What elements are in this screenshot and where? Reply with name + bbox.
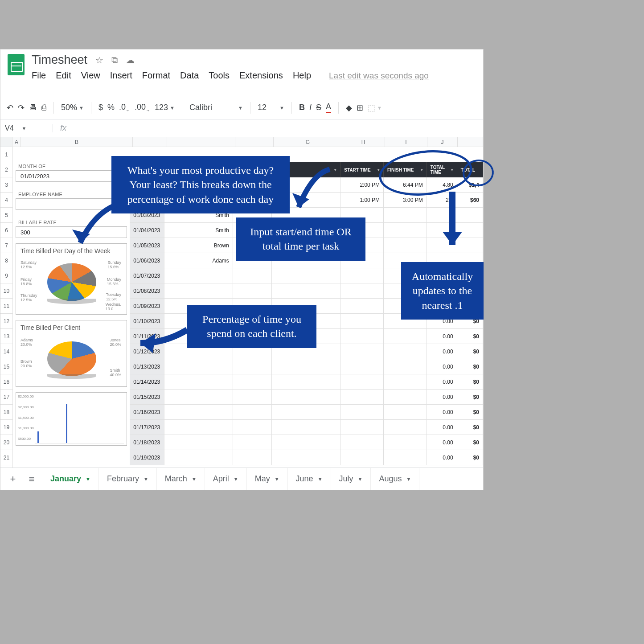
y-axis-labels: $2,500.00 $2,000.00 $1,500.00 $1,000.00 … bbox=[18, 394, 34, 441]
pie-chart-days[interactable]: Time Billed Per Day of the Week Sunday15… bbox=[16, 243, 127, 315]
row-header[interactable]: 13 bbox=[0, 329, 12, 344]
zoom-dropdown[interactable]: 50%▼ bbox=[61, 103, 84, 112]
row-header[interactable]: 12 bbox=[0, 314, 12, 329]
employee-input[interactable] bbox=[16, 198, 127, 210]
increase-decimal-button[interactable]: .00→ bbox=[135, 103, 150, 113]
move-folder-icon[interactable]: ⧉ bbox=[111, 55, 118, 65]
name-box[interactable]: V4▼ bbox=[0, 124, 53, 132]
row-header[interactable]: 2 bbox=[0, 162, 12, 177]
fill-color-button[interactable]: ◆ bbox=[346, 103, 352, 113]
table-row[interactable]: 01/13/20230.00$0 bbox=[130, 359, 483, 374]
font-size-dropdown[interactable]: 12▼ bbox=[258, 103, 284, 112]
borders-button[interactable]: ⊞ bbox=[357, 103, 363, 113]
sheet-tab-may[interactable]: May▼ bbox=[247, 468, 288, 490]
currency-button[interactable]: $ bbox=[98, 103, 103, 112]
merge-dropdown[interactable]: ⬚▼ bbox=[368, 103, 382, 113]
menu-help[interactable]: Help bbox=[293, 70, 311, 81]
percent-button[interactable]: % bbox=[107, 103, 115, 112]
rate-label: BILLABLE RATE bbox=[18, 220, 130, 225]
row-header[interactable]: 21 bbox=[0, 450, 12, 465]
table-row[interactable]: 01/19/20230.00$0 bbox=[130, 450, 483, 465]
row-header[interactable]: 9 bbox=[0, 268, 12, 283]
sheet-tab-march[interactable]: March▼ bbox=[157, 468, 205, 490]
cloud-icon[interactable]: ☁ bbox=[126, 55, 135, 66]
row-header[interactable]: 20 bbox=[0, 435, 12, 450]
menu-bar: File Edit View Insert Format Data Tools … bbox=[32, 70, 483, 81]
sheet-tab-june[interactable]: June▼ bbox=[288, 468, 331, 490]
bar bbox=[37, 431, 39, 443]
annotation-productive-day: What's your most productive day? Your le… bbox=[111, 156, 290, 213]
pie-chart-clients[interactable]: Time Billed Per Client Jones20.0% Smith4… bbox=[16, 320, 127, 387]
bold-button[interactable]: B bbox=[299, 103, 305, 112]
menu-data[interactable]: Data bbox=[180, 70, 199, 81]
fx-label: fx bbox=[53, 123, 74, 133]
row-header[interactable]: 7 bbox=[0, 238, 12, 253]
sheet-tab-february[interactable]: February▼ bbox=[99, 468, 157, 490]
sheets-logo[interactable] bbox=[0, 49, 32, 96]
row-header[interactable]: 14 bbox=[0, 344, 12, 359]
filter-icon[interactable]: ▾ bbox=[377, 168, 380, 172]
sheet-tab-july[interactable]: July▼ bbox=[331, 468, 371, 490]
table-row[interactable]: 01/14/20230.00$0 bbox=[130, 374, 483, 390]
row-header[interactable]: 1 bbox=[0, 147, 12, 162]
row-header[interactable]: 11 bbox=[0, 299, 12, 314]
add-sheet-button[interactable]: + bbox=[5, 471, 21, 487]
row-header[interactable]: 16 bbox=[0, 374, 12, 390]
annotation-auto-update: Automatically updates to the nearest .1 bbox=[401, 262, 484, 320]
table-row[interactable]: 01/17/20230.00$0 bbox=[130, 420, 483, 435]
number-format-dropdown[interactable]: 123▼ bbox=[155, 103, 175, 112]
bar bbox=[66, 404, 67, 443]
table-row[interactable]: 01/16/20230.00$0 bbox=[130, 405, 483, 420]
font-dropdown[interactable]: Calibri▼ bbox=[189, 103, 243, 112]
row-header[interactable]: 15 bbox=[0, 359, 12, 374]
doc-title[interactable]: Timesheet bbox=[32, 53, 87, 67]
header: Timesheet ☆ ⧉ ☁ File Edit View Insert Fo… bbox=[0, 49, 483, 96]
annotation-client-percent: Percentage of time you spend on each cli… bbox=[187, 305, 316, 348]
column-headers[interactable]: A B G H I J bbox=[0, 137, 483, 147]
undo-icon[interactable]: ↶ bbox=[7, 103, 13, 113]
row-header[interactable]: 3 bbox=[0, 177, 12, 193]
paint-format-icon[interactable]: ⎙ bbox=[41, 103, 46, 112]
star-icon[interactable]: ☆ bbox=[95, 55, 103, 66]
table-row[interactable]: 01/15/20230.00$0 bbox=[130, 390, 483, 405]
toolbar: ↶ ↷ 🖶 ⎙ 50%▼ $ % .0← .00→ 123▼ Calibri▼ … bbox=[0, 96, 483, 119]
menu-insert[interactable]: Insert bbox=[110, 70, 132, 81]
row-header[interactable]: 19 bbox=[0, 420, 12, 435]
menu-format[interactable]: Format bbox=[142, 70, 170, 81]
strikethrough-button[interactable]: S bbox=[316, 103, 321, 112]
row-headers[interactable]: 123456789101112131415161718192021 bbox=[0, 147, 13, 468]
print-icon[interactable]: 🖶 bbox=[29, 103, 37, 112]
text-color-button[interactable]: A bbox=[326, 102, 331, 113]
menu-tools[interactable]: Tools bbox=[209, 70, 230, 81]
filter-icon[interactable]: ▾ bbox=[334, 168, 336, 172]
formula-bar: V4▼ fx bbox=[0, 119, 483, 137]
rate-input[interactable]: 300 bbox=[16, 226, 127, 238]
row-header[interactable]: 10 bbox=[0, 283, 12, 299]
bar-chart-billing[interactable]: $2,500.00 $2,000.00 $1,500.00 $1,000.00 … bbox=[16, 392, 127, 446]
month-input[interactable]: 01/01/2023 bbox=[16, 170, 127, 182]
pie-icon bbox=[47, 263, 96, 301]
row-header[interactable]: 17 bbox=[0, 390, 12, 405]
sheet-tab-bar: + ≡ January▼February▼March▼April▼May▼Jun… bbox=[0, 468, 483, 490]
row-header[interactable]: 18 bbox=[0, 405, 12, 420]
row-header[interactable]: 4 bbox=[0, 193, 12, 208]
table-row[interactable]: 01/18/20230.00$0 bbox=[130, 435, 483, 450]
sheet-tab-augus[interactable]: Augus▼ bbox=[371, 468, 419, 490]
annotation-time-input: Input start/end time OR total time per t… bbox=[236, 217, 365, 261]
sheet-tab-april[interactable]: April▼ bbox=[205, 468, 247, 490]
redo-icon[interactable]: ↷ bbox=[18, 103, 25, 113]
row-header[interactable]: 8 bbox=[0, 253, 12, 268]
menu-file[interactable]: File bbox=[32, 70, 46, 81]
row-header[interactable]: 6 bbox=[0, 223, 12, 238]
menu-extensions[interactable]: Extensions bbox=[239, 70, 283, 81]
menu-edit[interactable]: Edit bbox=[56, 70, 71, 81]
decrease-decimal-button[interactable]: .0← bbox=[119, 103, 130, 113]
italic-button[interactable]: I bbox=[309, 103, 312, 112]
pie-icon bbox=[47, 341, 96, 376]
sheet-tab-january[interactable]: January▼ bbox=[42, 468, 99, 490]
last-edit-link[interactable]: Last edit was seconds ago bbox=[329, 71, 429, 81]
row-header[interactable]: 5 bbox=[0, 208, 12, 223]
menu-view[interactable]: View bbox=[81, 70, 100, 81]
all-sheets-button[interactable]: ≡ bbox=[24, 471, 40, 487]
